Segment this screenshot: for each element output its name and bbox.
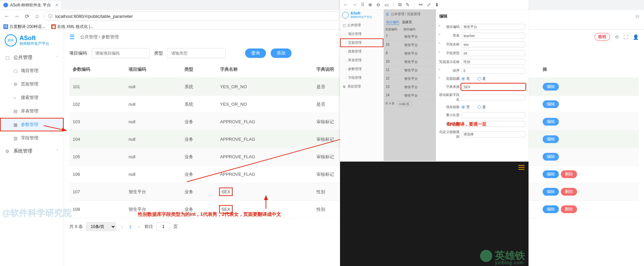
url-bar[interactable]: ⓘ localhost:8080/#/public/table_paramete… (44, 11, 340, 21)
overlay-row[interactable]: 8智生平台 (385, 49, 435, 58)
expand-icon[interactable]: ⤢ (427, 2, 431, 7)
overlay-sidebar-item[interactable]: ·字段管理 (340, 73, 383, 82)
sidebar-item-label: 库表管理 (21, 108, 38, 114)
menu-icon[interactable] (518, 165, 524, 170)
table-cell: 业务 (181, 131, 217, 148)
radio-option[interactable]: 否 (462, 76, 470, 81)
grid-icon[interactable]: ⠿ (361, 2, 364, 7)
overlay-sidebar: ASoft帅帅软件生产平台 ▢公共管理 ·项目管理·页面管理·搜索管理·库表管理… (340, 9, 384, 161)
page-number[interactable]: 1 (127, 224, 134, 229)
forward-icon[interactable]: → (352, 2, 357, 7)
table-cell: 业务 (181, 183, 217, 201)
action-cell: 编辑删除 (539, 201, 639, 218)
form-input[interactable] (462, 41, 525, 47)
overlay-row[interactable]: 15智生平台 (385, 41, 435, 49)
overlay-form: 编辑 项目编码库表字段名称字段类型页面显示名称排序页面隐藏否是字典来源联动刷新字… (436, 9, 529, 161)
sidebar-item[interactable]: ▤库表管理 (0, 104, 64, 118)
radio-option[interactable]: 是 (478, 76, 486, 81)
annotation-footnote: 性别数据库字段类型为的int，1代表男，2代表女，页面要翻译成中文 (138, 211, 281, 218)
form-input[interactable] (462, 24, 525, 30)
overlay-row[interactable]: 14智生平台 (385, 92, 435, 100)
edit-button[interactable]: 编辑 (543, 100, 559, 108)
sidebar-group-public[interactable]: ▢公共管理 ˄ (0, 51, 64, 64)
query-button[interactable]: 查询 (245, 48, 266, 58)
form-input[interactable] (462, 68, 525, 74)
goto-input[interactable] (157, 222, 170, 231)
star-icon[interactable]: ☆ (634, 13, 641, 20)
project-code-input[interactable] (92, 48, 149, 58)
dark-panel: 英雄铁 yxtblog.com (340, 162, 529, 266)
form-input[interactable] (462, 50, 525, 56)
back-icon[interactable]: ← (3, 13, 10, 20)
copy-icon[interactable]: ⧉ (398, 2, 402, 7)
page-size-select[interactable]: 10条/页 (86, 222, 116, 231)
browser-tab[interactable]: ASoft-帅帅软件生 平台 × (0, 1, 61, 9)
overlay-sidebar-item[interactable]: ·项目管理 (340, 30, 383, 38)
form-row: 项目编码 (439, 23, 525, 31)
link-icon[interactable]: ⚯ (419, 2, 423, 7)
overlay-row[interactable]: 11智生平台 (385, 66, 435, 75)
delete-button[interactable]: 删除 (561, 188, 577, 196)
sidebar-item[interactable]: ○搜索管理 (0, 91, 64, 104)
sidebar-item[interactable]: ▢项目管理 (0, 64, 64, 77)
refresh-icon[interactable]: ⟲ (615, 34, 619, 40)
zoom-in-icon[interactable]: ⊕ (368, 2, 372, 7)
edit-button[interactable]: 编辑 (543, 188, 559, 196)
form-input[interactable] (462, 94, 525, 100)
bookmark-item[interactable]: 译 百度翻译-200种语... (3, 24, 45, 30)
form-input[interactable] (462, 112, 525, 118)
table-cell: 103 (69, 113, 125, 131)
edit-icon[interactable]: ✎ (406, 2, 410, 7)
forward-icon[interactable]: → (13, 13, 20, 20)
sidebar-item[interactable]: ▥字段管理 (0, 131, 64, 145)
form-label: 库表 (439, 33, 460, 38)
reload-icon[interactable]: ⟳ (24, 13, 30, 20)
nav-bar: ← → ⟳ ⌂ ⓘ localhost:8080/#/public/table_… (0, 10, 644, 22)
prev-page-icon[interactable]: ‹ (120, 224, 124, 229)
next-page-icon[interactable]: › (137, 224, 141, 229)
form-input[interactable] (462, 131, 525, 137)
overlay-row[interactable]: 13智生平台 (385, 83, 435, 92)
overlay-sidebar-item[interactable]: ·搜索管理 (340, 47, 383, 56)
type-input[interactable] (168, 48, 226, 58)
overlay-sidebar-item[interactable]: ·库表管理 (340, 56, 383, 65)
radio-option[interactable]: 是 (478, 105, 486, 109)
tutorial-link[interactable]: 教程 (595, 33, 610, 41)
table-cell: YES_OR_NO (217, 96, 313, 113)
overlay-row[interactable]: 10智生平台 (385, 58, 435, 66)
close-icon[interactable]: × (56, 2, 58, 8)
form-input[interactable] (462, 33, 525, 39)
fit-icon[interactable]: ▭ (384, 2, 389, 7)
edit-button[interactable]: 编辑 (543, 118, 559, 126)
edit-button[interactable]: 编辑 (543, 135, 559, 143)
sidebar-item[interactable]: ▦参数管理 (0, 118, 64, 131)
zoom-out-icon[interactable]: ⊖ (376, 2, 380, 7)
delete-button[interactable]: 删除 (561, 205, 577, 213)
sidebar-item[interactable]: ⚙页面管理 (0, 77, 64, 91)
edit-button[interactable]: 编辑 (543, 170, 559, 178)
edit-button[interactable]: 编辑 (543, 83, 559, 91)
fullscreen-icon[interactable]: ⛶ (623, 34, 628, 40)
overlay-sidebar-item[interactable]: ·页面管理 (340, 38, 383, 47)
edit-button[interactable]: 编辑 (543, 153, 559, 161)
edit-button[interactable]: 编辑 (543, 205, 559, 213)
home-icon[interactable]: ⌂ (34, 13, 40, 20)
gear-icon: ⚙ (5, 149, 10, 154)
form-input[interactable] (462, 59, 525, 65)
download-icon[interactable]: ⬇ (435, 2, 439, 7)
sidebar-group-system[interactable]: ⚙系统管理 ˅ (0, 145, 64, 158)
form-input[interactable] (462, 84, 525, 90)
overlay-row[interactable]: 12智生平台 (385, 75, 435, 83)
delete-button[interactable]: 删除 (561, 170, 577, 178)
overlay-sidebar-item[interactable]: ·参数管理 (340, 65, 383, 73)
radio-option[interactable]: 否 (462, 105, 470, 109)
bookmark-item[interactable]: ⬢ 在线 XML 格式化 |... (51, 24, 93, 30)
menu-toggle-icon[interactable]: ☰ (69, 33, 76, 41)
sidebar-icon: ▦ (13, 122, 18, 127)
user-icon[interactable]: 👤 (633, 34, 639, 40)
table-cell: 105 (69, 148, 125, 166)
back-icon[interactable]: ← (343, 2, 348, 7)
sidebar-icon: ▤ (13, 109, 18, 114)
add-button[interactable]: 添加 (271, 48, 292, 58)
overlay-row[interactable]: 7智生平台 (385, 33, 435, 41)
